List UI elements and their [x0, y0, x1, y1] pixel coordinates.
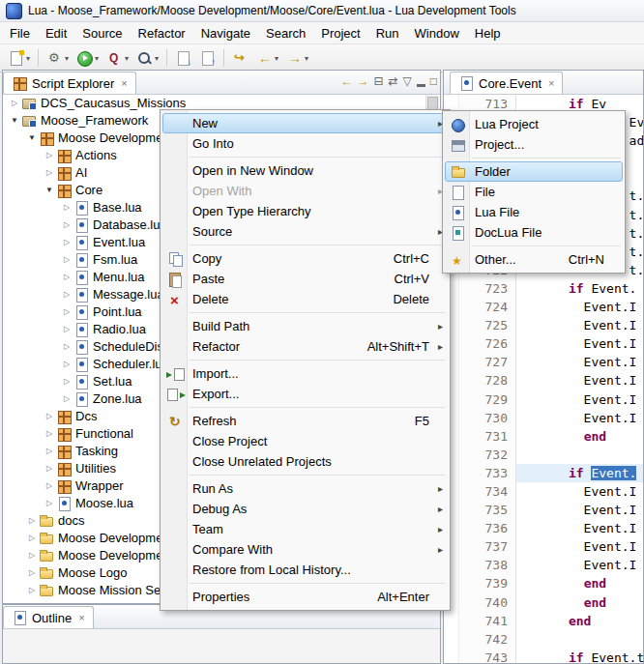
- expand-arrow-icon[interactable]: ▷: [43, 164, 56, 182]
- expand-arrow-icon[interactable]: ▷: [60, 338, 73, 356]
- menu-item-new[interactable]: New▸: [162, 113, 448, 133]
- expand-arrow-icon[interactable]: ▷: [43, 477, 56, 495]
- code-line[interactable]: 724 Event.I: [445, 298, 643, 316]
- menu-item-go-into[interactable]: Go Into: [162, 133, 448, 154]
- dropdown-caret-icon[interactable]: ▾: [65, 54, 69, 63]
- menu-item-folder[interactable]: Folder: [445, 161, 623, 182]
- code-line[interactable]: 741 end: [445, 612, 643, 630]
- new-wizard-button[interactable]: ▾: [4, 46, 34, 70]
- minimize-icon[interactable]: [417, 84, 425, 87]
- last-edit-location-button[interactable]: [228, 46, 252, 70]
- dropdown-caret-icon[interactable]: ▾: [275, 54, 278, 63]
- code-line[interactable]: 730 Event.I: [445, 409, 643, 427]
- code-line[interactable]: 736 Event.I: [445, 519, 643, 537]
- next-annotation-button[interactable]: [171, 46, 195, 70]
- menu-item-lua-project[interactable]: Lua Project: [445, 114, 623, 134]
- close-icon[interactable]: ×: [548, 77, 554, 89]
- expand-arrow-icon[interactable]: ▷: [60, 251, 73, 269]
- search-button[interactable]: ▾: [132, 46, 162, 70]
- menu-item-open-in-new-window[interactable]: Open in New Window: [162, 160, 448, 181]
- expand-arrow-icon[interactable]: ▷: [43, 147, 56, 164]
- expand-arrow-icon[interactable]: ▷: [8, 95, 21, 112]
- menu-item-team[interactable]: Team▸: [162, 519, 448, 539]
- menu-item-other[interactable]: Other...Ctrl+N: [445, 249, 623, 270]
- code-line[interactable]: 735 Event.I: [445, 501, 643, 519]
- run-button[interactable]: ▾: [73, 46, 102, 70]
- forward-history-button[interactable]: ▾: [282, 46, 312, 70]
- menu-item-import[interactable]: Import...: [162, 363, 448, 384]
- menu-item-project[interactable]: Project...: [445, 134, 623, 155]
- menu-edit[interactable]: Edit: [38, 24, 74, 43]
- code-line[interactable]: 727 Event.I: [445, 353, 643, 371]
- expand-arrow-icon[interactable]: ▷: [43, 443, 56, 460]
- view-menu-icon[interactable]: ▽: [403, 73, 412, 89]
- expand-arrow-icon[interactable]: ▷: [43, 425, 56, 443]
- dropdown-caret-icon[interactable]: ▾: [26, 54, 30, 63]
- menu-item-close-project[interactable]: Close Project: [162, 431, 448, 451]
- code-line[interactable]: 731 end: [445, 427, 643, 446]
- profile-button[interactable]: ▾: [102, 46, 132, 70]
- menu-project[interactable]: Project: [313, 24, 367, 43]
- collapse-arrow-icon[interactable]: ▼: [8, 112, 21, 130]
- collapse-all-icon[interactable]: ⊟: [373, 73, 383, 89]
- expand-arrow-icon[interactable]: ▷: [25, 530, 39, 547]
- menu-item-source[interactable]: Source▸: [162, 221, 448, 242]
- expand-arrow-icon[interactable]: ▷: [25, 582, 39, 599]
- code-line[interactable]: 732: [445, 446, 643, 464]
- menu-item-properties[interactable]: PropertiesAlt+Enter: [162, 587, 448, 607]
- back-tree-icon[interactable]: ←: [340, 73, 352, 89]
- menu-source[interactable]: Source: [74, 24, 130, 43]
- code-line[interactable]: 734 Event.I: [445, 482, 643, 501]
- menu-item-lua-file[interactable]: Lua File: [445, 202, 623, 222]
- code-line[interactable]: 726 Event.I: [445, 334, 643, 353]
- expand-arrow-icon[interactable]: ▷: [25, 547, 39, 564]
- code-line[interactable]: 729 Event.I: [445, 390, 643, 409]
- close-icon[interactable]: ×: [121, 77, 127, 89]
- menu-item-file[interactable]: File: [445, 182, 623, 202]
- menu-search[interactable]: Search: [258, 24, 313, 43]
- tab-outline[interactable]: Outline ×: [3, 606, 94, 628]
- expand-arrow-icon[interactable]: ▷: [43, 460, 56, 477]
- close-icon[interactable]: ×: [78, 612, 84, 623]
- expand-arrow-icon[interactable]: ▷: [60, 234, 73, 251]
- menu-item-delete[interactable]: DeleteDelete: [162, 289, 448, 309]
- menu-item-debug-as[interactable]: Debug As▸: [162, 499, 448, 519]
- link-with-editor-icon[interactable]: ⇄: [388, 73, 397, 89]
- expand-arrow-icon[interactable]: ▷: [43, 408, 56, 425]
- code-line[interactable]: 737 Event.I: [445, 537, 643, 556]
- menu-navigate[interactable]: Navigate: [193, 24, 258, 43]
- menu-item-compare-with[interactable]: Compare With▸: [162, 539, 448, 560]
- expand-arrow-icon[interactable]: ▷: [43, 495, 56, 512]
- expand-arrow-icon[interactable]: ▷: [60, 303, 73, 321]
- tab-script-explorer[interactable]: Script Explorer ×: [3, 72, 136, 94]
- expand-arrow-icon[interactable]: ▷: [60, 199, 73, 217]
- menu-item-refactor[interactable]: RefactorAlt+Shift+T▸: [162, 336, 448, 357]
- expand-arrow-icon[interactable]: ▷: [60, 321, 73, 338]
- code-line[interactable]: 723 if Event.: [445, 279, 643, 298]
- back-history-button[interactable]: ▾: [252, 46, 282, 70]
- menu-item-run-as[interactable]: Run As▸: [162, 478, 448, 499]
- expand-arrow-icon[interactable]: ▷: [60, 217, 73, 234]
- menu-window[interactable]: Window: [407, 24, 467, 43]
- menu-item-restore-from-local-history[interactable]: Restore from Local History...: [162, 560, 448, 580]
- dropdown-caret-icon[interactable]: ▾: [95, 54, 99, 63]
- code-line[interactable]: 740 end: [445, 593, 643, 612]
- code-line[interactable]: 733 if Event.: [445, 464, 643, 482]
- code-line[interactable]: 738 Event.I: [445, 556, 643, 574]
- external-tools-button[interactable]: ▾: [43, 46, 73, 70]
- maximize-icon[interactable]: □: [430, 73, 437, 89]
- forward-tree-icon[interactable]: →: [357, 73, 368, 89]
- expand-arrow-icon[interactable]: ▷: [60, 390, 73, 408]
- expand-arrow-icon[interactable]: ▷: [60, 286, 73, 303]
- menu-item-refresh[interactable]: RefreshF5: [162, 411, 448, 431]
- menu-help[interactable]: Help: [467, 24, 509, 43]
- code-line[interactable]: 742: [445, 630, 643, 649]
- code-line[interactable]: 725 Event.I: [445, 316, 643, 334]
- expand-arrow-icon[interactable]: ▷: [60, 373, 73, 390]
- menu-refactor[interactable]: Refactor: [131, 24, 193, 43]
- expand-arrow-icon[interactable]: ▷: [60, 269, 73, 286]
- expand-arrow-icon[interactable]: ▷: [60, 356, 73, 373]
- dropdown-caret-icon[interactable]: ▾: [155, 54, 159, 63]
- menu-item-close-unrelated-projects[interactable]: Close Unrelated Projects: [162, 451, 448, 472]
- menu-item-doclua-file[interactable]: DocLua File: [445, 222, 623, 243]
